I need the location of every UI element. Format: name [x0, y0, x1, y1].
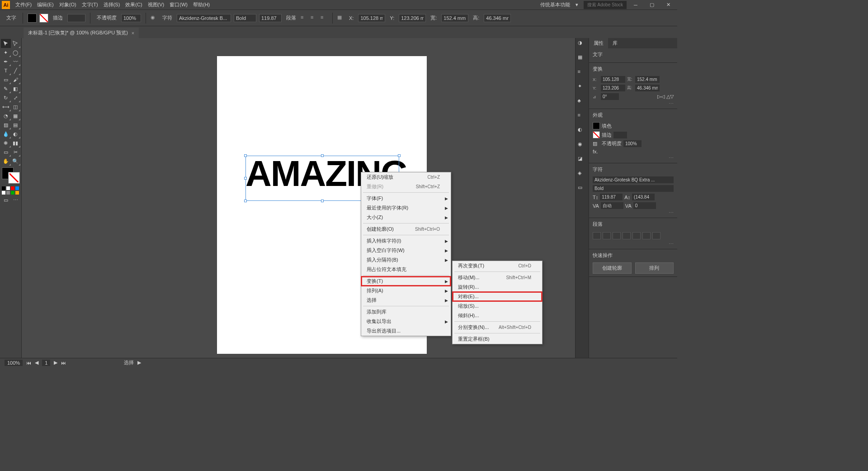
stroke-swatch[interactable]	[39, 14, 48, 23]
rotate-tool[interactable]: ↻	[1, 93, 11, 102]
ctx-export-selection[interactable]: 导出所选项目...	[361, 326, 451, 336]
flip-v-icon[interactable]: △▽	[666, 94, 674, 100]
quick-arrange[interactable]: 排列	[635, 262, 674, 274]
mini-swatch[interactable]	[11, 186, 14, 190]
direct-selection-tool[interactable]	[11, 39, 21, 48]
fx-label[interactable]: fx.	[593, 149, 598, 154]
screen-mode[interactable]: ▭	[1, 195, 11, 205]
maximize-button[interactable]: ▢	[645, 1, 659, 9]
graphic-styles-panel-icon[interactable]: ◪	[578, 156, 587, 165]
close-button[interactable]: ✕	[661, 1, 675, 9]
edit-toolbar[interactable]: ⋯	[11, 195, 21, 205]
symbols-panel-icon[interactable]: ✦	[578, 83, 587, 92]
ctx-collect-export[interactable]: 收集以导出▶	[361, 317, 451, 326]
eraser-tool[interactable]: ◧	[11, 84, 21, 93]
tab-properties[interactable]: 属性	[589, 38, 608, 48]
font-weight-input[interactable]	[234, 14, 256, 22]
ctx-select[interactable]: 选择▶	[361, 295, 451, 305]
shape-builder-tool[interactable]: ◔	[1, 111, 11, 120]
tab-libraries[interactable]: 库	[608, 38, 622, 48]
status-dropdown-icon[interactable]: ▶	[137, 360, 141, 366]
close-tab-icon[interactable]: ×	[132, 30, 134, 36]
nav-prev-icon[interactable]: ◀	[35, 360, 38, 366]
nav-last-icon[interactable]: ⏭	[61, 360, 66, 366]
rectangle-tool[interactable]: ▭	[1, 75, 11, 84]
panel-y-input[interactable]	[601, 85, 625, 91]
panel-size-input[interactable]	[600, 194, 623, 200]
perspective-tool[interactable]: ▦	[11, 111, 21, 120]
lasso-tool[interactable]: ◯	[11, 48, 21, 57]
para-align-right[interactable]	[613, 232, 621, 239]
mini-swatch[interactable]	[15, 191, 19, 195]
ctx-insert-break[interactable]: 插入分隔符(B)▶	[361, 255, 451, 265]
menu-window[interactable]: 窗口(W)	[167, 0, 190, 9]
zoom-tool[interactable]: 🔍	[11, 157, 21, 166]
menu-object[interactable]: 对象(O)	[57, 0, 79, 9]
mesh-tool[interactable]: ▨	[1, 120, 11, 129]
eyedropper-tool[interactable]: 💧	[1, 129, 11, 138]
minimize-button[interactable]: ─	[628, 1, 643, 9]
para-justify-center[interactable]	[632, 232, 641, 239]
panel-stroke-weight[interactable]	[613, 132, 627, 138]
panel-stroke-swatch[interactable]	[593, 131, 600, 138]
brushes-panel-icon[interactable]: ≡	[578, 69, 587, 78]
stroke-weight-input[interactable]	[67, 14, 85, 22]
panel-tracking-input[interactable]	[633, 202, 656, 209]
symbol-tool[interactable]: ❋	[1, 138, 11, 147]
document-tab[interactable]: 未标题-1 [已恢复]* @ 100% (RGB/GPU 预览) ×	[24, 28, 139, 38]
panel-fill-swatch[interactable]	[593, 122, 600, 129]
color-swatches[interactable]	[2, 167, 20, 184]
ctx-font[interactable]: 字体(F)▶	[361, 194, 451, 203]
fill-swatch[interactable]	[28, 14, 37, 23]
menu-type[interactable]: 文字(T)	[79, 0, 101, 9]
width-tool[interactable]: ⟷	[1, 102, 11, 111]
ctx-size[interactable]: 大小(Z)▶	[361, 213, 451, 222]
color-panel-icon[interactable]: ◑	[578, 40, 587, 49]
recolor-icon[interactable]: ◉	[151, 14, 158, 22]
mini-swatch[interactable]	[2, 186, 5, 190]
mini-swatch[interactable]	[2, 191, 5, 195]
mini-swatch[interactable]	[15, 186, 19, 190]
para-align-left[interactable]	[593, 232, 601, 239]
ctx-reflect[interactable]: 对称(E)...	[453, 292, 542, 301]
appearance-panel-icon[interactable]: ◉	[578, 141, 587, 150]
gradient-tool[interactable]: ▤	[11, 120, 21, 129]
menu-edit[interactable]: 编辑(E)	[34, 0, 57, 9]
workspace-switcher[interactable]: 传统基本功能 ▾	[533, 0, 581, 9]
align-left-icon[interactable]: ≡	[301, 14, 308, 22]
align-center-icon[interactable]: ≡	[311, 14, 318, 22]
ctx-insert-whitespace[interactable]: 插入空白字符(W)▶	[361, 246, 451, 255]
background-color[interactable]	[8, 172, 20, 184]
menu-view[interactable]: 视图(V)	[145, 0, 167, 9]
menu-effect[interactable]: 效果(C)	[123, 0, 145, 9]
swatches-panel-icon[interactable]: ▦	[578, 54, 587, 63]
ctx-transform-each[interactable]: 分别变换(N)...Alt+Shift+Ctrl+D	[453, 323, 542, 332]
ctx-arrange[interactable]: 排列(A)▶	[361, 286, 451, 295]
panel-x-input[interactable]	[601, 76, 625, 83]
ctx-shear[interactable]: 倾斜(H)...	[453, 311, 542, 320]
transparency-panel-icon[interactable]: ◐	[578, 127, 587, 136]
scale-tool[interactable]: ⤢	[11, 93, 21, 102]
nav-next-icon[interactable]: ▶	[54, 360, 57, 366]
para-justify-all[interactable]	[652, 232, 660, 239]
panel-weight-input[interactable]	[593, 185, 674, 192]
ctx-transform-again[interactable]: 再次变换(T)Ctrl+D	[453, 261, 542, 271]
search-stock-input[interactable]: 搜索 Adobe Stock	[584, 1, 627, 9]
ctx-reset-bbox[interactable]: 重置定界框(B)	[453, 334, 542, 344]
magic-wand-tool[interactable]: ✦	[1, 48, 11, 57]
menu-select[interactable]: 选择(S)	[101, 0, 123, 9]
selection-tool[interactable]	[1, 39, 11, 48]
ctx-undo[interactable]: 还原(U)缩放Ctrl+Z	[361, 172, 451, 182]
ctx-insert-glyph[interactable]: 插入特殊字符(I)▶	[361, 236, 451, 246]
mini-swatch[interactable]	[6, 186, 10, 190]
artboard-number[interactable]: 1	[42, 360, 50, 366]
hand-tool[interactable]: ✋	[1, 157, 11, 166]
para-justify-left[interactable]	[623, 232, 631, 239]
gradient-panel-icon[interactable]: ≡	[578, 112, 587, 121]
panel-angle-input[interactable]	[601, 93, 619, 100]
x-input[interactable]	[358, 14, 385, 22]
panel-font-input[interactable]	[593, 176, 674, 183]
flip-h-icon[interactable]: ▷◁	[657, 94, 665, 100]
y-input[interactable]	[399, 14, 426, 22]
shaper-tool[interactable]: ✎	[1, 84, 11, 93]
